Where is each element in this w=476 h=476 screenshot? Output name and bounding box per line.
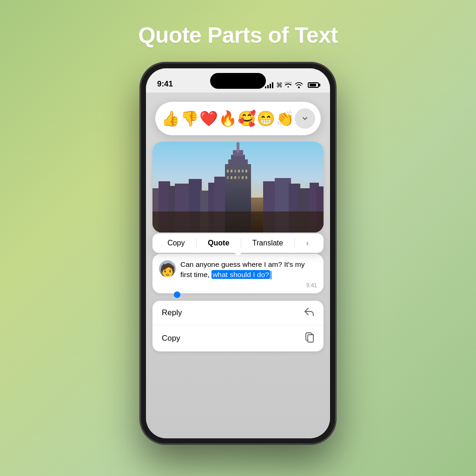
emoji-fire[interactable]: 🔥 [218, 110, 237, 127]
emoji-grin[interactable]: 😁 [257, 110, 275, 127]
svg-rect-23 [227, 170, 229, 172]
message-time: 9:41 [180, 282, 317, 289]
svg-rect-27 [242, 170, 244, 172]
phone-body: 9:41 ⌘ [140, 63, 336, 444]
context-menu-translate[interactable]: Translate [252, 239, 283, 247]
reply-icon [304, 308, 314, 318]
signal-bars-icon [265, 82, 273, 88]
svg-rect-29 [227, 176, 229, 179]
selection-cursor [271, 271, 271, 279]
wifi-icon [295, 82, 303, 88]
emoji-reaction-bar[interactable]: 👍 👎 ❤️ 🔥 🥰 😁 👏 [155, 102, 321, 135]
svg-rect-25 [234, 170, 236, 172]
copy-icon [305, 332, 314, 344]
selection-dot-container [152, 291, 324, 298]
emoji-heart[interactable]: ❤️ [199, 110, 218, 127]
emoji-thumbs-down[interactable]: 👎 [180, 110, 199, 127]
svg-rect-33 [242, 176, 244, 179]
emoji-thumbs-up[interactable]: 👍 [161, 110, 180, 127]
phone-screen: 9:41 ⌘ [146, 68, 330, 438]
svg-rect-38 [308, 335, 313, 342]
svg-point-0 [298, 86, 300, 88]
context-menu: Copy Quote Translate › [152, 233, 324, 253]
page-title: Quote Parts of Text [138, 22, 338, 48]
status-icons: ⌘ [265, 81, 319, 89]
screen-content: 👍 👎 ❤️ 🔥 🥰 😁 👏 [146, 93, 330, 438]
message-text-highlighted: what should I do? [212, 270, 270, 279]
phone-frame: 9:41 ⌘ [140, 63, 336, 444]
bubble-text-content: Can anyone guess where I am? It's my fir… [180, 259, 317, 289]
emoji-clap[interactable]: 👏 [276, 110, 294, 127]
emoji-smiling-hearts[interactable]: 🥰 [238, 110, 256, 127]
svg-rect-31 [234, 176, 236, 179]
context-menu-copy[interactable]: Copy [167, 239, 185, 247]
svg-rect-24 [231, 170, 232, 172]
image-message-bubble [152, 142, 324, 232]
svg-rect-30 [231, 176, 232, 179]
svg-rect-22 [238, 142, 238, 153]
dynamic-island [210, 73, 266, 89]
city-image [152, 142, 324, 232]
action-copy-label: Copy [162, 334, 180, 343]
status-bar: 9:41 ⌘ [146, 68, 330, 93]
selection-dot [174, 291, 180, 298]
avatar: 🧑 [159, 260, 176, 277]
context-menu-more-icon[interactable]: › [306, 239, 309, 247]
action-copy[interactable]: Copy [152, 325, 324, 351]
action-menu: Reply Copy [152, 301, 324, 351]
action-reply[interactable]: Reply [152, 301, 324, 325]
svg-rect-28 [245, 170, 247, 172]
svg-rect-32 [238, 176, 240, 179]
emoji-expand-button[interactable] [295, 108, 315, 129]
text-message-bubble: 🧑 Can anyone guess where I am? It's my f… [152, 254, 324, 293]
svg-rect-34 [245, 176, 247, 179]
context-menu-quote[interactable]: Quote [208, 239, 229, 247]
svg-rect-26 [238, 170, 240, 172]
action-reply-label: Reply [162, 308, 182, 317]
svg-rect-35 [152, 212, 324, 232]
message-text: Can anyone guess where I am? It's my fir… [180, 259, 317, 280]
wifi-icon: ⌘ [276, 81, 292, 89]
status-time: 9:41 [157, 79, 173, 89]
battery-icon [308, 82, 319, 88]
